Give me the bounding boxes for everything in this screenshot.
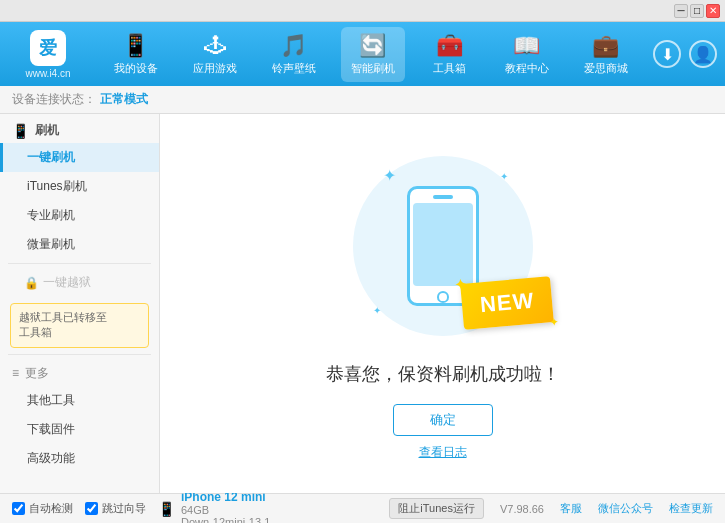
status-label: 设备连接状态： (12, 91, 96, 108)
ringtones-icon: 🎵 (280, 33, 307, 59)
logo-text: www.i4.cn (25, 68, 70, 79)
toolbox-label: 工具箱 (433, 61, 466, 76)
minimize-button[interactable]: ─ (674, 4, 688, 18)
one-click-flash-label: 一键刷机 (27, 150, 75, 164)
apps-games-icon: 🕹 (204, 33, 226, 59)
phone-illustration: ✦ ✦ ✦ NEW (343, 146, 543, 346)
phone-speaker (433, 195, 453, 199)
statusbar: 设备连接状态： 正常模式 (0, 86, 725, 114)
sidebar-item-micro-flash[interactable]: 微量刷机 (0, 230, 159, 259)
nav-my-device[interactable]: 📱 我的设备 (104, 27, 168, 82)
sparkle-2: ✦ (500, 171, 508, 182)
nav-toolbox[interactable]: 🧰 工具箱 (420, 27, 480, 82)
flash-section-label: 刷机 (35, 122, 59, 139)
download-firmware-label: 下载固件 (27, 422, 75, 436)
device-storage: 64GB (181, 504, 270, 516)
status-value: 正常模式 (100, 91, 148, 108)
sidebar-item-one-click-flash[interactable]: 一键刷机 (0, 143, 159, 172)
toolbox-icon: 🧰 (436, 33, 463, 59)
service-link[interactable]: 客服 (560, 501, 582, 516)
secondary-link[interactable]: 查看日志 (419, 444, 467, 461)
nav-smart-flash[interactable]: 🔄 智能刷机 (341, 27, 405, 82)
sidebar-item-jailbreak: 🔒 一键越狱 (0, 268, 159, 297)
new-badge: NEW (460, 276, 554, 330)
device-firmware: Down-12mini-13,1 (181, 516, 270, 524)
phone-screen (413, 203, 473, 286)
sidebar-alert: 越狱工具已转移至工具箱 (10, 303, 149, 348)
sparkle-1: ✦ (383, 166, 396, 185)
logo: 爱 www.i4.cn (8, 30, 88, 79)
header-right: ⬇ 👤 (653, 40, 717, 68)
advanced-label: 高级功能 (27, 451, 75, 465)
version-text: V7.98.66 (500, 503, 544, 515)
alert-text: 越狱工具已转移至工具箱 (19, 311, 107, 338)
success-message: 恭喜您，保资料刷机成功啦！ (326, 362, 560, 386)
my-device-label: 我的设备 (114, 61, 158, 76)
other-tools-label: 其他工具 (27, 393, 75, 407)
nav-tutorial[interactable]: 📖 教程中心 (495, 27, 559, 82)
bottom-right: 阻止iTunes运行 V7.98.66 客服 微信公众号 检查更新 (389, 498, 713, 519)
titlebar: ─ □ ✕ (0, 0, 725, 22)
nav-ringtones[interactable]: 🎵 铃声壁纸 (262, 27, 326, 82)
sidebar: 📱 刷机 一键刷机 iTunes刷机 专业刷机 微量刷机 🔒 一键越狱 越狱工具… (0, 114, 160, 493)
ringtones-label: 铃声壁纸 (272, 61, 316, 76)
auto-connect-checkbox[interactable] (12, 502, 25, 515)
my-device-icon: 📱 (122, 33, 149, 59)
sidebar-item-advanced[interactable]: 高级功能 (0, 444, 159, 473)
content-area: ✦ ✦ ✦ NEW 恭喜您，保资料刷机成功啦！ 确定 查看日志 (160, 114, 725, 493)
flash-section-title: 📱 刷机 (0, 114, 159, 143)
bottombar: 自动检测 跳过向导 📱 iPhone 12 mini 64GB Down-12m… (0, 493, 725, 523)
device-info: 📱 iPhone 12 mini 64GB Down-12mini-13,1 (158, 490, 270, 524)
apps-games-label: 应用游戏 (193, 61, 237, 76)
maximize-button[interactable]: □ (690, 4, 704, 18)
sidebar-divider-1 (8, 263, 151, 264)
skip-wizard-checkbox[interactable] (85, 502, 98, 515)
nav-shop[interactable]: 💼 爱思商城 (574, 27, 638, 82)
tutorial-label: 教程中心 (505, 61, 549, 76)
lock-icon: 🔒 (24, 276, 39, 290)
nav-apps-games[interactable]: 🕹 应用游戏 (183, 27, 247, 82)
main-layout: 📱 刷机 一键刷机 iTunes刷机 专业刷机 微量刷机 🔒 一键越狱 越狱工具… (0, 114, 725, 493)
update-link[interactable]: 检查更新 (669, 501, 713, 516)
sidebar-item-other-tools[interactable]: 其他工具 (0, 386, 159, 415)
shop-icon: 💼 (592, 33, 619, 59)
sparkle-3: ✦ (373, 305, 381, 316)
bottom-left: 自动检测 跳过向导 📱 iPhone 12 mini 64GB Down-12m… (12, 490, 270, 524)
flash-section-icon: 📱 (12, 123, 29, 139)
tutorial-icon: 📖 (513, 33, 540, 59)
header: 爱 www.i4.cn 📱 我的设备 🕹 应用游戏 🎵 铃声壁纸 🔄 智能刷机 … (0, 22, 725, 86)
download-button[interactable]: ⬇ (653, 40, 681, 68)
sidebar-item-pro-flash[interactable]: 专业刷机 (0, 201, 159, 230)
micro-flash-label: 微量刷机 (27, 237, 75, 251)
confirm-button[interactable]: 确定 (393, 404, 493, 436)
logo-icon: 爱 (30, 30, 66, 66)
skip-wizard-checkbox-item: 跳过向导 (85, 501, 146, 516)
skip-wizard-label: 跳过向导 (102, 501, 146, 516)
stop-itunes-button[interactable]: 阻止iTunes运行 (389, 498, 484, 519)
device-details: iPhone 12 mini 64GB Down-12mini-13,1 (181, 490, 270, 524)
shop-label: 爱思商城 (584, 61, 628, 76)
more-icon: ≡ (12, 366, 19, 380)
phone-home-button (437, 291, 449, 303)
sidebar-item-download-firmware[interactable]: 下载固件 (0, 415, 159, 444)
nav-bar: 📱 我的设备 🕹 应用游戏 🎵 铃声壁纸 🔄 智能刷机 🧰 工具箱 📖 教程中心… (96, 27, 645, 82)
smart-flash-label: 智能刷机 (351, 61, 395, 76)
smart-flash-icon: 🔄 (359, 33, 386, 59)
auto-connect-label: 自动检测 (29, 501, 73, 516)
auto-connect-checkbox-item: 自动检测 (12, 501, 73, 516)
close-button[interactable]: ✕ (706, 4, 720, 18)
pro-flash-label: 专业刷机 (27, 208, 75, 222)
sidebar-divider-2 (8, 354, 151, 355)
wechat-link[interactable]: 微信公众号 (598, 501, 653, 516)
device-icon: 📱 (158, 501, 175, 517)
more-label: 更多 (25, 365, 49, 382)
itunes-flash-label: iTunes刷机 (27, 179, 87, 193)
sidebar-item-itunes-flash[interactable]: iTunes刷机 (0, 172, 159, 201)
user-button[interactable]: 👤 (689, 40, 717, 68)
jailbreak-label: 一键越狱 (43, 274, 91, 291)
more-section-title: ≡ 更多 (0, 359, 159, 386)
